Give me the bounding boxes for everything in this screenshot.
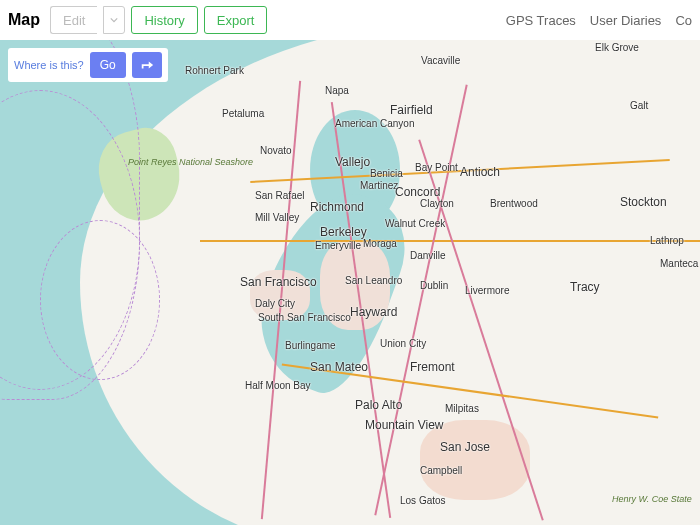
edit-button[interactable]: Edit [50, 6, 97, 34]
map-canvas[interactable]: Point Reyes National Seashore Henry W. C… [0, 40, 700, 525]
city-label: Concord [395, 185, 440, 199]
city-label: Vallejo [335, 155, 370, 169]
city-label: Napa [325, 85, 349, 96]
nav-gps-traces[interactable]: GPS Traces [506, 13, 576, 28]
city-label: South San Francisco [258, 312, 351, 323]
city-label: Manteca [660, 258, 698, 269]
city-label: Union City [380, 338, 426, 349]
logo-text: Map [8, 11, 40, 29]
city-label: Walnut Creek [385, 218, 445, 229]
nav-right: GPS Traces User Diaries Co [506, 13, 692, 28]
city-label: Galt [630, 100, 648, 111]
city-label: Fairfield [390, 103, 433, 117]
go-button[interactable]: Go [90, 52, 126, 78]
nav-copyright[interactable]: Co [675, 13, 692, 28]
topbar: Map Edit History Export GPS Traces User … [0, 0, 700, 40]
city-label: Danville [410, 250, 446, 261]
city-label: Emeryville [315, 240, 361, 251]
marine-boundary [40, 220, 160, 380]
button-group: Edit History Export [50, 6, 267, 34]
city-label: Daly City [255, 298, 295, 309]
search-row: Where is this? Go [8, 48, 168, 82]
city-label: Dublin [420, 280, 448, 291]
city-label: San Leandro [345, 275, 402, 286]
city-label: Petaluma [222, 108, 264, 119]
city-label: Elk Grove [595, 42, 639, 53]
city-label: Brentwood [490, 198, 538, 209]
history-button[interactable]: History [131, 6, 197, 34]
city-label: Clayton [420, 198, 454, 209]
city-label: San Rafael [255, 190, 304, 201]
city-label: Lathrop [650, 235, 684, 246]
city-label: Berkeley [320, 225, 367, 239]
city-label: San Mateo [310, 360, 368, 374]
export-button[interactable]: Export [204, 6, 268, 34]
city-label: Hayward [350, 305, 397, 319]
city-label: Burlingame [285, 340, 336, 351]
city-label: American Canyon [335, 118, 414, 129]
edit-dropdown-caret[interactable] [103, 6, 125, 34]
city-label: Benicia [370, 168, 403, 179]
city-label: Tracy [570, 280, 600, 294]
directions-button[interactable] [132, 52, 162, 78]
city-label: San Francisco [240, 275, 317, 289]
city-label: Half Moon Bay [245, 380, 311, 391]
city-label: Vacaville [421, 55, 460, 66]
city-label: Richmond [310, 200, 364, 214]
nav-user-diaries[interactable]: User Diaries [590, 13, 662, 28]
city-label: Palo Alto [355, 398, 402, 412]
city-label: Rohnert Park [185, 65, 244, 76]
city-label: Novato [260, 145, 292, 156]
city-label: Bay Point [415, 162, 458, 173]
city-label: Fremont [410, 360, 455, 374]
city-label: Campbell [420, 465, 462, 476]
park-label-coe: Henry W. Coe State [612, 495, 692, 505]
chevron-down-icon [110, 16, 118, 24]
city-label: Los Gatos [400, 495, 446, 506]
city-label: Mountain View [365, 418, 444, 432]
city-label: Martinez [360, 180, 398, 191]
city-label: Moraga [363, 238, 397, 249]
where-is-this-link[interactable]: Where is this? [14, 59, 84, 71]
city-label: Antioch [460, 165, 500, 179]
city-label: Stockton [620, 195, 667, 209]
city-label: Mill Valley [255, 212, 299, 223]
park-label-point-reyes: Point Reyes National Seashore [128, 158, 253, 168]
city-label: San Jose [440, 440, 490, 454]
city-label: Milpitas [445, 403, 479, 414]
city-label: Livermore [465, 285, 509, 296]
directions-icon [140, 58, 154, 72]
